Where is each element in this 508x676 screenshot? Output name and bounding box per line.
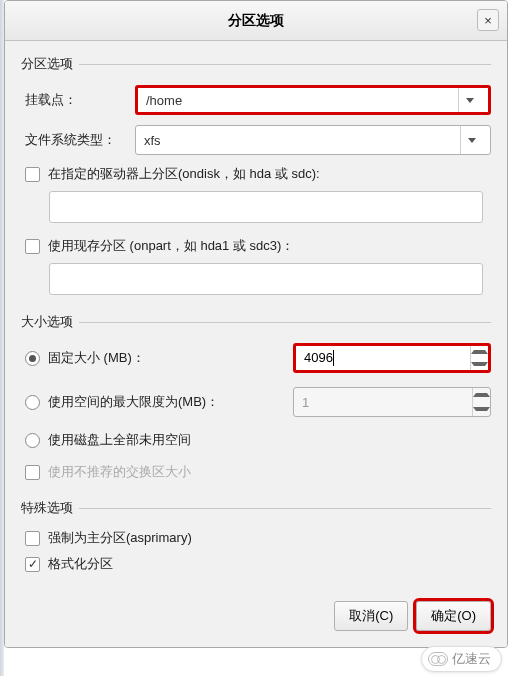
spin-down-icon[interactable]	[473, 402, 490, 416]
asprimary-label: 强制为主分区(asprimary)	[48, 529, 192, 547]
divider	[79, 64, 491, 65]
fixed-size-label: 固定大小 (MB)：	[48, 349, 293, 367]
fixed-size-spinbox[interactable]: 4096	[293, 343, 491, 373]
fill-space-radio[interactable]	[25, 433, 40, 448]
cloud-icon	[428, 652, 448, 666]
divider	[79, 508, 491, 509]
dialog-title: 分区选项	[228, 12, 284, 30]
section-special: 特殊选项 强制为主分区(asprimary) 格式化分区	[21, 499, 491, 573]
max-size-label: 使用空间的最大限度为(MB)：	[48, 393, 293, 411]
section-title-partition: 分区选项	[21, 55, 73, 73]
close-button[interactable]: ×	[477, 9, 499, 31]
cancel-button[interactable]: 取消(C)	[334, 601, 408, 631]
fs-type-label: 文件系统类型：	[25, 131, 135, 149]
fill-space-label: 使用磁盘上全部未用空间	[48, 431, 191, 449]
chevron-down-icon	[458, 88, 480, 112]
spin-up-icon[interactable]	[471, 346, 488, 358]
section-title-special: 特殊选项	[21, 499, 73, 517]
dialog-footer: 取消(C) 确定(O)	[21, 591, 491, 631]
ok-button[interactable]: 确定(O)	[416, 601, 491, 631]
asprimary-checkbox[interactable]	[25, 531, 40, 546]
max-size-value: 1	[294, 395, 472, 410]
divider	[79, 322, 491, 323]
section-size: 大小选项 固定大小 (MB)： 4096 使用空间的最大限度为(MB)：	[21, 313, 491, 481]
dialog-content: 分区选项 挂载点： /home 文件系统类型： xfs 在指定的驱动器	[5, 41, 507, 647]
close-icon: ×	[484, 13, 492, 28]
onpart-input[interactable]	[49, 263, 483, 295]
ondisk-input[interactable]	[49, 191, 483, 223]
section-partition: 分区选项 挂载点： /home 文件系统类型： xfs 在指定的驱动器	[21, 55, 491, 295]
spin-down-icon[interactable]	[471, 358, 488, 370]
format-label: 格式化分区	[48, 555, 113, 573]
max-size-radio[interactable]	[25, 395, 40, 410]
fs-type-value: xfs	[144, 133, 460, 148]
swap-label: 使用不推荐的交换区大小	[48, 463, 191, 481]
onpart-label: 使用现存分区 (onpart，如 hda1 或 sdc3)：	[48, 237, 294, 255]
section-title-size: 大小选项	[21, 313, 73, 331]
chevron-down-icon	[460, 126, 482, 154]
max-size-spinbox[interactable]: 1	[293, 387, 491, 417]
mount-point-combo[interactable]: /home	[135, 85, 491, 115]
partition-options-dialog: 分区选项 × 分区选项 挂载点： /home 文件系统类型： xfs	[4, 0, 508, 648]
fixed-size-value: 4096	[304, 350, 333, 365]
titlebar: 分区选项 ×	[5, 1, 507, 41]
mount-point-value: /home	[146, 93, 458, 108]
ondisk-checkbox[interactable]	[25, 167, 40, 182]
format-checkbox[interactable]	[25, 557, 40, 572]
swap-checkbox[interactable]	[25, 465, 40, 480]
watermark-text: 亿速云	[452, 650, 491, 668]
ondisk-label: 在指定的驱动器上分区(ondisk，如 hda 或 sdc):	[48, 165, 320, 183]
fs-type-combo[interactable]: xfs	[135, 125, 491, 155]
fixed-size-radio[interactable]	[25, 351, 40, 366]
watermark: 亿速云	[421, 646, 502, 672]
mount-point-label: 挂载点：	[25, 91, 135, 109]
spin-up-icon[interactable]	[473, 388, 490, 402]
onpart-checkbox[interactable]	[25, 239, 40, 254]
